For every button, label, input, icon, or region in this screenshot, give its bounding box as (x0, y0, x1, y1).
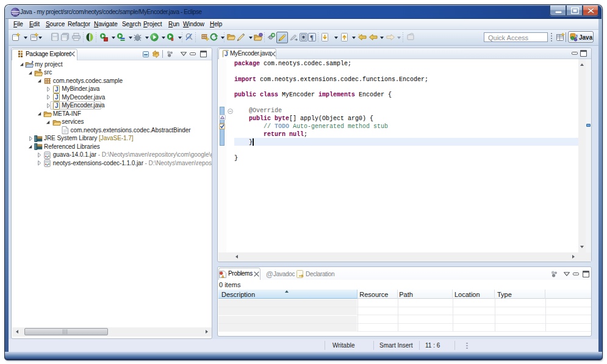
svg-text:J: J (575, 34, 577, 39)
svg-text:¶: ¶ (310, 34, 313, 41)
